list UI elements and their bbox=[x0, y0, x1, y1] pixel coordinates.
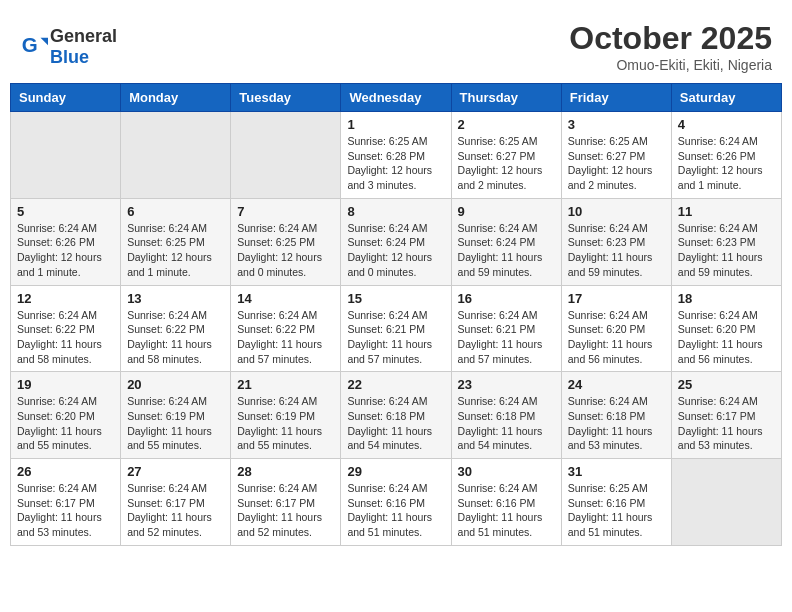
calendar-cell: 6Sunrise: 6:24 AM Sunset: 6:25 PM Daylig… bbox=[121, 198, 231, 285]
day-number: 31 bbox=[568, 464, 665, 479]
day-number: 25 bbox=[678, 377, 775, 392]
day-number: 2 bbox=[458, 117, 555, 132]
day-info: Sunrise: 6:24 AM Sunset: 6:19 PM Dayligh… bbox=[237, 394, 334, 453]
svg-text:G: G bbox=[22, 33, 38, 56]
day-number: 3 bbox=[568, 117, 665, 132]
day-number: 19 bbox=[17, 377, 114, 392]
calendar-cell: 3Sunrise: 6:25 AM Sunset: 6:27 PM Daylig… bbox=[561, 112, 671, 199]
day-info: Sunrise: 6:24 AM Sunset: 6:17 PM Dayligh… bbox=[237, 481, 334, 540]
calendar-cell: 16Sunrise: 6:24 AM Sunset: 6:21 PM Dayli… bbox=[451, 285, 561, 372]
calendar-cell: 7Sunrise: 6:24 AM Sunset: 6:25 PM Daylig… bbox=[231, 198, 341, 285]
day-info: Sunrise: 6:24 AM Sunset: 6:19 PM Dayligh… bbox=[127, 394, 224, 453]
calendar-cell: 10Sunrise: 6:24 AM Sunset: 6:23 PM Dayli… bbox=[561, 198, 671, 285]
day-info: Sunrise: 6:24 AM Sunset: 6:18 PM Dayligh… bbox=[458, 394, 555, 453]
day-info: Sunrise: 6:24 AM Sunset: 6:22 PM Dayligh… bbox=[237, 308, 334, 367]
day-number: 14 bbox=[237, 291, 334, 306]
day-number: 16 bbox=[458, 291, 555, 306]
day-info: Sunrise: 6:24 AM Sunset: 6:20 PM Dayligh… bbox=[678, 308, 775, 367]
calendar-cell: 26Sunrise: 6:24 AM Sunset: 6:17 PM Dayli… bbox=[11, 459, 121, 546]
day-number: 5 bbox=[17, 204, 114, 219]
day-info: Sunrise: 6:24 AM Sunset: 6:23 PM Dayligh… bbox=[568, 221, 665, 280]
weekday-header-sunday: Sunday bbox=[11, 84, 121, 112]
day-number: 9 bbox=[458, 204, 555, 219]
month-title: October 2025 bbox=[569, 20, 772, 57]
calendar-cell: 5Sunrise: 6:24 AM Sunset: 6:26 PM Daylig… bbox=[11, 198, 121, 285]
day-info: Sunrise: 6:24 AM Sunset: 6:25 PM Dayligh… bbox=[237, 221, 334, 280]
day-info: Sunrise: 6:24 AM Sunset: 6:17 PM Dayligh… bbox=[678, 394, 775, 453]
calendar-cell: 21Sunrise: 6:24 AM Sunset: 6:19 PM Dayli… bbox=[231, 372, 341, 459]
weekday-header-friday: Friday bbox=[561, 84, 671, 112]
calendar-cell: 1Sunrise: 6:25 AM Sunset: 6:28 PM Daylig… bbox=[341, 112, 451, 199]
day-info: Sunrise: 6:24 AM Sunset: 6:26 PM Dayligh… bbox=[678, 134, 775, 193]
day-number: 27 bbox=[127, 464, 224, 479]
day-info: Sunrise: 6:24 AM Sunset: 6:18 PM Dayligh… bbox=[347, 394, 444, 453]
calendar-cell: 15Sunrise: 6:24 AM Sunset: 6:21 PM Dayli… bbox=[341, 285, 451, 372]
weekday-header-saturday: Saturday bbox=[671, 84, 781, 112]
calendar-cell: 20Sunrise: 6:24 AM Sunset: 6:19 PM Dayli… bbox=[121, 372, 231, 459]
calendar-cell: 14Sunrise: 6:24 AM Sunset: 6:22 PM Dayli… bbox=[231, 285, 341, 372]
day-info: Sunrise: 6:24 AM Sunset: 6:25 PM Dayligh… bbox=[127, 221, 224, 280]
day-info: Sunrise: 6:24 AM Sunset: 6:17 PM Dayligh… bbox=[17, 481, 114, 540]
day-info: Sunrise: 6:25 AM Sunset: 6:16 PM Dayligh… bbox=[568, 481, 665, 540]
calendar-week-row: 19Sunrise: 6:24 AM Sunset: 6:20 PM Dayli… bbox=[11, 372, 782, 459]
calendar-cell: 23Sunrise: 6:24 AM Sunset: 6:18 PM Dayli… bbox=[451, 372, 561, 459]
day-info: Sunrise: 6:24 AM Sunset: 6:16 PM Dayligh… bbox=[458, 481, 555, 540]
calendar-cell bbox=[121, 112, 231, 199]
calendar-cell bbox=[11, 112, 121, 199]
day-number: 17 bbox=[568, 291, 665, 306]
day-number: 15 bbox=[347, 291, 444, 306]
day-number: 7 bbox=[237, 204, 334, 219]
day-number: 22 bbox=[347, 377, 444, 392]
calendar-cell: 28Sunrise: 6:24 AM Sunset: 6:17 PM Dayli… bbox=[231, 459, 341, 546]
day-info: Sunrise: 6:24 AM Sunset: 6:18 PM Dayligh… bbox=[568, 394, 665, 453]
day-number: 4 bbox=[678, 117, 775, 132]
day-info: Sunrise: 6:24 AM Sunset: 6:24 PM Dayligh… bbox=[458, 221, 555, 280]
calendar-cell: 30Sunrise: 6:24 AM Sunset: 6:16 PM Dayli… bbox=[451, 459, 561, 546]
calendar-cell: 31Sunrise: 6:25 AM Sunset: 6:16 PM Dayli… bbox=[561, 459, 671, 546]
day-number: 26 bbox=[17, 464, 114, 479]
day-info: Sunrise: 6:24 AM Sunset: 6:26 PM Dayligh… bbox=[17, 221, 114, 280]
calendar-cell: 9Sunrise: 6:24 AM Sunset: 6:24 PM Daylig… bbox=[451, 198, 561, 285]
day-info: Sunrise: 6:24 AM Sunset: 6:24 PM Dayligh… bbox=[347, 221, 444, 280]
day-number: 24 bbox=[568, 377, 665, 392]
day-number: 10 bbox=[568, 204, 665, 219]
day-info: Sunrise: 6:24 AM Sunset: 6:21 PM Dayligh… bbox=[347, 308, 444, 367]
day-info: Sunrise: 6:25 AM Sunset: 6:28 PM Dayligh… bbox=[347, 134, 444, 193]
svg-marker-1 bbox=[41, 37, 48, 44]
logo: G General Blue bbox=[20, 26, 117, 68]
day-number: 6 bbox=[127, 204, 224, 219]
day-number: 1 bbox=[347, 117, 444, 132]
day-number: 12 bbox=[17, 291, 114, 306]
title-block: October 2025 Omuo-Ekiti, Ekiti, Nigeria bbox=[569, 20, 772, 73]
day-number: 11 bbox=[678, 204, 775, 219]
day-number: 18 bbox=[678, 291, 775, 306]
calendar-table: SundayMondayTuesdayWednesdayThursdayFrid… bbox=[10, 83, 782, 546]
day-number: 30 bbox=[458, 464, 555, 479]
day-info: Sunrise: 6:24 AM Sunset: 6:23 PM Dayligh… bbox=[678, 221, 775, 280]
weekday-header-tuesday: Tuesday bbox=[231, 84, 341, 112]
logo-icon: G bbox=[20, 33, 48, 61]
logo-general-text: General bbox=[50, 26, 117, 46]
day-info: Sunrise: 6:24 AM Sunset: 6:20 PM Dayligh… bbox=[17, 394, 114, 453]
day-info: Sunrise: 6:24 AM Sunset: 6:20 PM Dayligh… bbox=[568, 308, 665, 367]
day-info: Sunrise: 6:24 AM Sunset: 6:17 PM Dayligh… bbox=[127, 481, 224, 540]
calendar-cell: 13Sunrise: 6:24 AM Sunset: 6:22 PM Dayli… bbox=[121, 285, 231, 372]
location: Omuo-Ekiti, Ekiti, Nigeria bbox=[569, 57, 772, 73]
day-number: 20 bbox=[127, 377, 224, 392]
day-info: Sunrise: 6:25 AM Sunset: 6:27 PM Dayligh… bbox=[458, 134, 555, 193]
calendar-cell: 29Sunrise: 6:24 AM Sunset: 6:16 PM Dayli… bbox=[341, 459, 451, 546]
day-number: 8 bbox=[347, 204, 444, 219]
weekday-header-wednesday: Wednesday bbox=[341, 84, 451, 112]
weekday-header-thursday: Thursday bbox=[451, 84, 561, 112]
calendar-cell: 22Sunrise: 6:24 AM Sunset: 6:18 PM Dayli… bbox=[341, 372, 451, 459]
calendar-cell: 27Sunrise: 6:24 AM Sunset: 6:17 PM Dayli… bbox=[121, 459, 231, 546]
calendar-cell bbox=[671, 459, 781, 546]
calendar-cell: 17Sunrise: 6:24 AM Sunset: 6:20 PM Dayli… bbox=[561, 285, 671, 372]
calendar-cell: 2Sunrise: 6:25 AM Sunset: 6:27 PM Daylig… bbox=[451, 112, 561, 199]
logo-blue-text: Blue bbox=[50, 47, 89, 67]
day-number: 29 bbox=[347, 464, 444, 479]
day-number: 23 bbox=[458, 377, 555, 392]
calendar-cell bbox=[231, 112, 341, 199]
day-info: Sunrise: 6:24 AM Sunset: 6:22 PM Dayligh… bbox=[17, 308, 114, 367]
calendar-cell: 12Sunrise: 6:24 AM Sunset: 6:22 PM Dayli… bbox=[11, 285, 121, 372]
